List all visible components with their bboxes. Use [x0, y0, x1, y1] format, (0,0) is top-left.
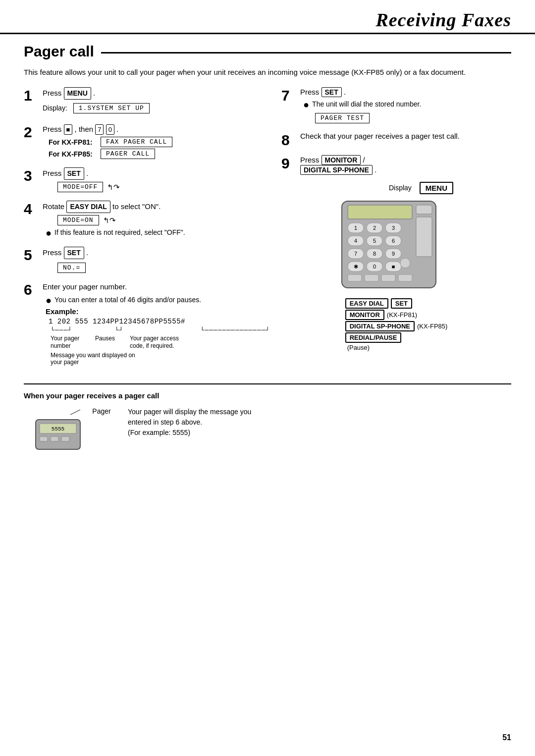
svg-rect-29	[348, 274, 362, 281]
diag-pager-label: Your pagernumber	[51, 335, 79, 349]
menu-key: MENU	[64, 87, 91, 100]
step-6-text: Enter your pager number.	[43, 281, 270, 293]
monitor-key: MONITOR	[321, 155, 361, 165]
step-5: 5 Press SET . NO.=	[24, 247, 267, 274]
display-menu-row: Display MENU	[389, 182, 453, 194]
redial-pause-label-box: REDIAL/PAUSE	[345, 332, 402, 343]
key-7: 7	[95, 124, 104, 135]
fp81-label: For KX-FP81:	[49, 138, 101, 146]
svg-text:0: 0	[373, 264, 376, 270]
main-columns: 1 Press MENU . Display: 1.SYSTEM SET UP …	[24, 87, 511, 375]
pager-svg-area: 5555 Pager	[26, 405, 110, 454]
step-5-number: 5	[24, 247, 43, 263]
pager-label: Pager	[92, 407, 110, 415]
mode-off-value: MODE=OFF	[57, 182, 103, 192]
svg-rect-36	[40, 436, 48, 441]
step-3-number: 3	[24, 167, 43, 184]
step-9-text: Press MONITOR /DIGITAL SP-PHONE .	[300, 155, 511, 175]
set-key-5: SET	[64, 247, 84, 259]
mode-on-display: MODE=ON ↰↷	[57, 215, 267, 225]
svg-rect-30	[365, 274, 378, 281]
pager-image-area: 5555 Pager	[24, 405, 113, 454]
pager-section-text: Your pager will display the message you …	[128, 407, 251, 438]
digital-sp-label-box: DIGITAL SP-PHONE	[345, 321, 415, 331]
bracket-access: └──────────────┘	[200, 326, 270, 334]
svg-text:3: 3	[392, 225, 395, 231]
step-8-content: Check that your pager receives a pager t…	[300, 132, 511, 140]
diag-message-label: Message you want displayed onyour pager	[51, 352, 270, 366]
step-3-text: Press SET .	[43, 167, 267, 180]
pager-test-display: PAGER TEST	[315, 113, 370, 123]
section-title-row: Pager call	[24, 43, 511, 60]
step-7-content: Press SET . ● The unit will dial the sto…	[300, 87, 511, 125]
step-2-text: Press ■ , then 7 0 .	[43, 124, 267, 135]
svg-text:2: 2	[373, 225, 376, 231]
no-display: NO.=	[57, 263, 86, 273]
step-3-content: Press SET . MODE=OFF ↰↷	[43, 167, 267, 194]
svg-line-39	[70, 410, 80, 415]
step-5-content: Press SET . NO.=	[43, 247, 267, 274]
svg-text:✱: ✱	[354, 264, 358, 270]
scroll-icon-3: ↰↷	[107, 183, 120, 192]
right-column: 7 Press SET . ● The unit will dial the s…	[276, 87, 511, 375]
page-header: Receiving Faxes	[0, 0, 535, 34]
step-2-number: 2	[24, 124, 43, 140]
page-content: Pager call This feature allows your unit…	[0, 43, 535, 470]
step-2: 2 Press ■ , then 7 0 . For KX-FP81: FAX …	[24, 124, 267, 161]
bracket-space2	[139, 326, 201, 334]
set-key-7: SET	[321, 87, 342, 97]
svg-rect-38	[61, 436, 69, 441]
fp81-display: FAX PAGER CALL	[101, 137, 172, 147]
svg-text:■: ■	[392, 264, 395, 270]
step-4-bullet-text: If this feature is not required, select …	[54, 227, 185, 238]
step-6-bullet-text: You can enter a total of 46 digits and/o…	[54, 295, 201, 305]
bottom-separator	[24, 383, 511, 384]
display-value-1: 1.SYSTEM SET UP	[73, 103, 150, 113]
step-4-number: 4	[24, 201, 43, 217]
diag-col-pager: Your pagernumber	[51, 335, 90, 350]
section-heading: Pager call	[24, 43, 94, 60]
step-7-bullet-text: The unit will dial the stored number.	[312, 99, 421, 109]
easy-dial-key-4: EASY DIAL	[66, 201, 110, 213]
diag-col-pauses: Pauses	[95, 335, 130, 342]
scroll-icon-4: ↰↷	[103, 216, 116, 225]
step-7-number: 7	[281, 87, 300, 104]
monitor-model-text: (KX-FP81)	[387, 311, 417, 319]
svg-text:6: 6	[392, 238, 395, 244]
model-row-fp85: For KX-FP85: PAGER CALL	[49, 149, 267, 159]
digital-sp-model-text: (KX-FP85)	[417, 323, 447, 330]
device-diagram-wrapper: Display MENU 1 2	[281, 182, 511, 351]
example-diagram: └───┘ └┘ └──────────────┘ Your pagernumb…	[51, 326, 270, 366]
step-4: 4 Rotate EASY DIAL to select "ON". MODE=…	[24, 201, 267, 240]
redial-pause-row: REDIAL/PAUSE	[345, 332, 448, 343]
bullet-dot-6: ●	[46, 295, 52, 305]
step-9: 9 Press MONITOR /DIGITAL SP-PHONE .	[281, 155, 511, 175]
svg-point-28	[400, 258, 410, 268]
display-label-1: Display:	[43, 104, 67, 112]
svg-text:4: 4	[354, 238, 357, 244]
svg-text:8: 8	[373, 251, 376, 257]
svg-text:5555: 5555	[52, 426, 64, 432]
step-1: 1 Press MENU . Display: 1.SYSTEM SET UP	[24, 87, 267, 117]
set-label-box: SET	[391, 298, 412, 309]
intro-text: This feature allows your unit to call yo…	[24, 67, 511, 78]
step-5-text: Press SET .	[43, 247, 267, 259]
step-6-number: 6	[24, 281, 43, 298]
step-4-text: Rotate EASY DIAL to select "ON".	[43, 201, 267, 213]
page-number: 51	[502, 733, 511, 742]
page-title: Receiving Faxes	[24, 9, 511, 31]
monitor-label-box: MONITOR	[345, 310, 384, 320]
device-labels: EASY DIAL SET MONITOR (KX-FP81) DIGITAL …	[345, 298, 448, 351]
left-column: 1 Press MENU . Display: 1.SYSTEM SET UP …	[24, 87, 276, 375]
diag-pauses-label: Pauses	[95, 335, 115, 342]
step-7-bullet: ● The unit will dial the stored number.	[303, 99, 511, 109]
model-row-fp81: For KX-FP81: FAX PAGER CALL	[49, 137, 267, 147]
svg-rect-37	[51, 436, 58, 441]
key-0: 0	[106, 124, 114, 135]
menu-key-label: MENU	[420, 182, 453, 194]
easy-dial-label-box: EASY DIAL	[345, 298, 388, 309]
bracket-space	[76, 326, 115, 334]
set-key-3: SET	[64, 167, 84, 180]
svg-text:5: 5	[373, 238, 376, 244]
pager-section-title: When your pager receives a pager call	[24, 391, 511, 400]
